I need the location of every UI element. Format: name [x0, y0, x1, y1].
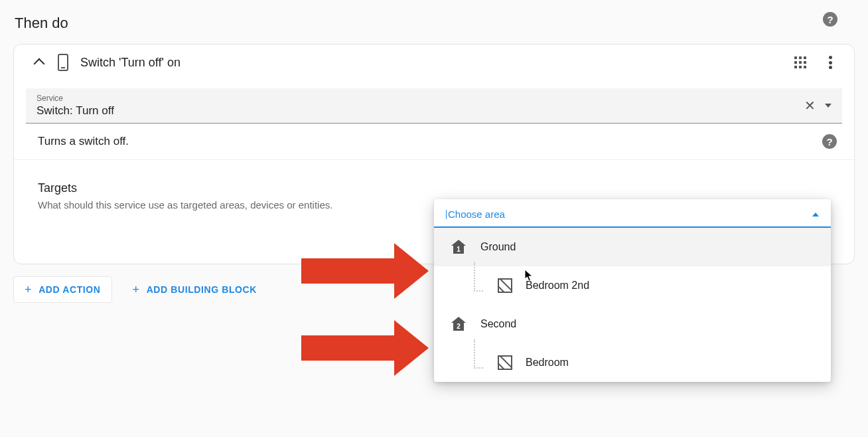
area-floor-label: Second [480, 318, 516, 330]
annotation-arrow-icon [301, 243, 429, 299]
room-icon [498, 278, 512, 293]
text-caret-icon [446, 210, 447, 219]
tree-connector-icon [471, 270, 484, 301]
service-select-row[interactable]: Service Switch: Turn off ✕ [26, 88, 842, 124]
plus-icon: + [133, 284, 140, 296]
dropdown-caret-up-icon[interactable] [812, 213, 819, 217]
kebab-menu-icon[interactable] [829, 56, 832, 69]
plus-icon: + [25, 284, 32, 296]
choose-area-label: Choose area [448, 209, 505, 220]
service-field-label: Service [36, 94, 804, 103]
chevron-up-icon[interactable] [34, 58, 45, 70]
card-header-title: Switch 'Turn off' on [80, 56, 794, 70]
add-building-block-label: Add Building Block [147, 284, 257, 295]
add-action-button[interactable]: + Add Action [13, 276, 112, 303]
area-room-bedroom[interactable]: Bedroom [434, 343, 831, 382]
area-room-bedroom-2nd[interactable]: Bedroom 2nd [434, 266, 831, 305]
switch-device-icon [58, 54, 68, 71]
area-room-label: Bedroom 2nd [526, 280, 589, 292]
service-description-row: Turns a switch off. ? [14, 124, 854, 160]
service-field-value: Switch: Turn off [36, 104, 804, 118]
service-description-text: Turns a switch off. [38, 135, 129, 148]
section-title: Then do [15, 15, 855, 32]
choose-area-field[interactable]: Choose area [434, 199, 831, 228]
floor-icon: 2 [451, 317, 466, 331]
targets-title: Targets [38, 181, 830, 195]
help-icon[interactable]: ? [823, 12, 837, 27]
area-room-label: Bedroom [526, 357, 569, 369]
area-floor-ground[interactable]: 1 Ground [434, 228, 831, 266]
add-building-block-button[interactable]: + Add Building Block [121, 276, 268, 303]
tree-connector-icon [471, 347, 484, 378]
annotation-arrow-icon [301, 320, 429, 376]
dropdown-caret-icon[interactable] [825, 104, 832, 108]
choose-area-dropdown[interactable]: Choose area 1 Ground Bedroom 2nd [434, 199, 831, 382]
drag-grid-icon[interactable] [794, 56, 806, 68]
room-icon [498, 355, 512, 370]
add-action-label: Add Action [38, 284, 100, 295]
area-floor-label: Ground [480, 241, 516, 253]
help-icon[interactable]: ? [822, 134, 837, 149]
floor-icon: 1 [451, 240, 466, 254]
area-list: 1 Ground Bedroom 2nd 2 Second Bedro [434, 228, 831, 382]
card-header[interactable]: Switch 'Turn off' on [14, 44, 854, 80]
area-floor-second[interactable]: 2 Second [434, 305, 831, 343]
clear-service-icon[interactable]: ✕ [804, 99, 816, 112]
